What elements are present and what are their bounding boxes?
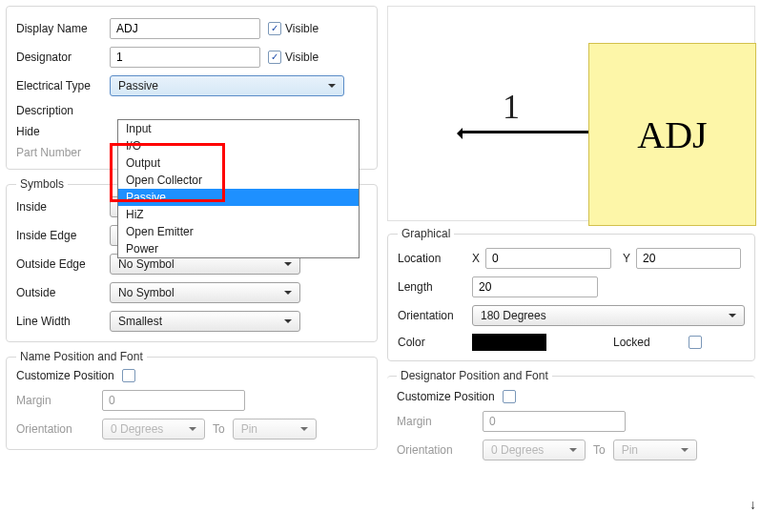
location-x-input[interactable] — [485, 248, 611, 269]
electrical-type-option[interactable]: I/O — [118, 137, 359, 154]
desig-margin-input — [483, 411, 626, 432]
desig-customize-position-label: Customize Position — [397, 390, 495, 403]
locked-label: Locked — [613, 336, 650, 349]
electrical-type-select[interactable]: Passive — [110, 75, 344, 96]
electrical-type-option[interactable]: Input — [118, 120, 359, 137]
graphical-legend: Graphical — [398, 227, 454, 240]
line-width-select[interactable]: Smallest — [110, 311, 300, 332]
desig-orientation-label: Orientation — [397, 443, 483, 457]
symbols-legend: Symbols — [16, 177, 68, 191]
name-to-label: To — [213, 422, 225, 436]
customize-position-label: Customize Position — [16, 369, 114, 382]
desig-customize-position-checkbox[interactable] — [503, 390, 516, 403]
color-label: Color — [398, 336, 472, 349]
preview-body: ADJ — [588, 43, 756, 226]
inside-label: Inside — [16, 200, 110, 214]
desig-margin-label: Margin — [397, 415, 483, 428]
electrical-type-label: Electrical Type — [16, 79, 110, 92]
designator-visible-checkbox[interactable] — [268, 51, 281, 64]
electrical-type-dropdown[interactable]: InputI/OOutputOpen CollectorPassiveHiZOp… — [117, 119, 360, 258]
designator-label: Designator — [16, 51, 110, 64]
electrical-type-option[interactable]: Power — [118, 240, 359, 257]
display-name-visible-label: Visible — [285, 22, 319, 35]
electrical-type-option[interactable]: Open Emitter — [118, 223, 359, 240]
color-swatch[interactable] — [472, 334, 546, 351]
location-x-label: X — [472, 252, 485, 265]
designator-visible-label: Visible — [285, 51, 319, 64]
length-label: Length — [398, 280, 472, 294]
locked-checkbox[interactable] — [689, 336, 702, 349]
preview-pin-arrow — [451, 128, 463, 139]
name-margin-input — [102, 390, 245, 411]
outside-edge-label: Outside Edge — [16, 257, 110, 271]
part-number-label: Part Number — [16, 146, 110, 159]
customize-position-checkbox[interactable] — [122, 369, 135, 382]
name-to-select: Pin — [233, 419, 317, 440]
hide-label: Hide — [16, 125, 110, 138]
designator-position-legend: Designator Position and Font — [397, 369, 552, 382]
desig-to-label: To — [593, 443, 606, 457]
display-name-label: Display Name — [16, 22, 110, 35]
outside-select[interactable]: No Symbol — [110, 282, 300, 303]
outside-label: Outside — [16, 286, 110, 299]
electrical-type-option[interactable]: Open Collector — [118, 172, 359, 189]
location-y-label: Y — [623, 252, 636, 265]
electrical-type-option[interactable]: Output — [118, 154, 359, 172]
line-width-label: Line Width — [16, 315, 110, 328]
name-orientation-select: 0 Degrees — [102, 419, 205, 440]
inside-edge-label: Inside Edge — [16, 229, 110, 242]
preview-name: ADJ — [637, 113, 707, 157]
display-name-input[interactable] — [110, 18, 260, 39]
name-orientation-label: Orientation — [16, 422, 102, 436]
preview-pin-line — [461, 131, 588, 133]
graphical-orientation-select[interactable]: 180 Degrees — [472, 305, 745, 326]
name-margin-label: Margin — [16, 394, 102, 407]
preview-designator: 1 — [503, 87, 520, 127]
name-position-legend: Name Position and Font — [16, 350, 147, 363]
length-input[interactable] — [472, 276, 598, 297]
graphical-orientation-label: Orientation — [398, 309, 472, 322]
preview-pane: 1 ADJ — [387, 6, 755, 221]
desig-to-select: Pin — [613, 440, 697, 460]
designator-input[interactable] — [110, 47, 260, 68]
location-label: Location — [398, 252, 472, 265]
display-name-visible-checkbox[interactable] — [268, 22, 281, 35]
electrical-type-option[interactable]: Passive — [118, 189, 359, 206]
description-label: Description — [16, 104, 110, 117]
electrical-type-option[interactable]: HiZ — [118, 206, 359, 223]
text-caret-indicator: ↓ — [750, 498, 756, 513]
location-y-input[interactable] — [636, 248, 741, 269]
desig-orientation-select: 0 Degrees — [483, 440, 586, 460]
